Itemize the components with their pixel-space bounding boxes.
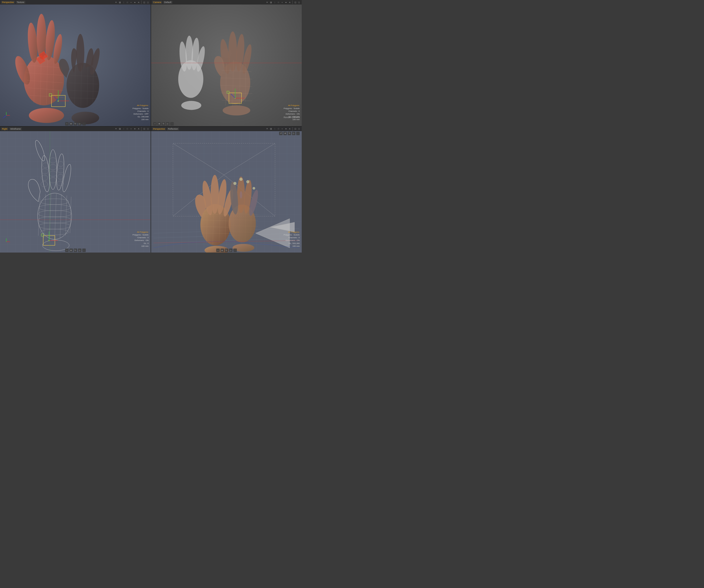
vp1-nav-bottom: ↔ ⊕ ↻ ▷ · xyxy=(65,122,86,126)
svg-point-76 xyxy=(41,229,69,235)
vp4-icon-x[interactable]: ✕ xyxy=(266,127,269,130)
vp3-nav-dot[interactable]: · xyxy=(82,249,86,252)
svg-point-57 xyxy=(181,101,201,110)
svg-point-72 xyxy=(39,204,70,211)
vp4-nav-move[interactable]: ↔ xyxy=(216,249,220,252)
vp2-nav-icon2[interactable]: ⊕ xyxy=(158,122,161,126)
vp2-icon-b1[interactable]: ◫ xyxy=(294,1,297,4)
vp1-axis: X Y Z xyxy=(3,112,10,119)
vp1-icon-a[interactable]: A xyxy=(137,1,140,4)
vp3-canvas: X Y xyxy=(0,131,151,253)
vp1-shader-label[interactable]: Texture xyxy=(16,1,25,4)
vp3-stats: All Polygons: Polygons : Subdiv Channels… xyxy=(132,231,149,248)
vp2-icon-sq1[interactable]: □ xyxy=(277,1,280,4)
vp3-icon-x[interactable]: ✕ xyxy=(114,127,118,130)
vp4-icon-grid[interactable]: ▥ xyxy=(269,127,273,130)
vp3-nav-play[interactable]: ▷ xyxy=(78,249,81,252)
vp4-nav-icon2[interactable]: ⊕ xyxy=(283,132,287,135)
vp4-mode-label[interactable]: Perspective xyxy=(152,127,166,130)
vp2-icon-orange[interactable]: ● xyxy=(284,1,288,4)
vp4-nav-icon1[interactable]: ↺ xyxy=(279,132,283,135)
svg-point-95 xyxy=(58,161,64,166)
vp3-icon-b1[interactable]: ◫ xyxy=(142,127,146,130)
viewport-right-wireframe[interactable]: Right Wireframe ✕ ▥ ⋮ □ ▪ ● A ◫ ◻ xyxy=(0,127,151,253)
vp2-nav-icon4[interactable]: ▷ xyxy=(166,122,170,126)
vp1-icon-b2[interactable]: ◻ xyxy=(146,1,150,4)
vp1-nav-zoom[interactable]: ⊕ xyxy=(69,122,73,126)
vp2-icon-x[interactable]: ✕ xyxy=(266,1,269,4)
vp4-icon-b1[interactable]: ◫ xyxy=(294,127,297,130)
vp3-nav-rotate[interactable]: ↻ xyxy=(74,249,77,252)
vp4-scene-svg xyxy=(151,131,302,253)
vp1-icon-orange[interactable]: ● xyxy=(133,1,136,4)
vp1-icon-x[interactable]: ✕ xyxy=(114,1,118,4)
vp4-nav-play[interactable]: ▷ xyxy=(229,249,233,252)
vp3-nav-zoom[interactable]: ⊕ xyxy=(69,249,73,252)
vp2-icon-dots[interactable]: ⋮ xyxy=(273,1,276,4)
vp4-icon-sq2[interactable]: ▪ xyxy=(281,127,284,130)
vp1-mode-label[interactable]: Perspective xyxy=(1,1,15,4)
vp2-nav-icon3[interactable]: ↻ xyxy=(162,122,165,126)
vp4-icon-a[interactable]: A xyxy=(288,127,291,130)
vp3-mode-label[interactable]: Right xyxy=(1,127,8,130)
vp4-stats: All Polygons: Polygons : Subdiv Channels… xyxy=(284,231,300,248)
vp2-icon-a[interactable]: A xyxy=(288,1,291,4)
vp4-icon-orange[interactable]: ● xyxy=(284,127,288,130)
svg-point-18 xyxy=(76,34,84,72)
vp4-icon-dots[interactable]: ⋮ xyxy=(273,127,276,130)
vp3-icon-sq1[interactable]: □ xyxy=(126,127,129,130)
svg-point-150 xyxy=(240,191,242,198)
vp4-nav-zoom[interactable]: ⊕ xyxy=(221,249,224,252)
vp3-nav-move[interactable]: ↔ xyxy=(65,249,69,252)
vp3-icon-dots[interactable]: ⋮ xyxy=(122,127,125,130)
vp2-nav-icon1[interactable]: ↔ xyxy=(153,122,157,126)
vp2-mode-label[interactable]: Camera xyxy=(152,1,162,4)
viewport-perspective-reflection[interactable]: Perspective Reflection ✕ ▥ ⋮ □ ▪ ● A ◫ ◻ xyxy=(151,127,302,253)
vp1-nav-dot[interactable]: · xyxy=(82,122,86,126)
svg-line-112 xyxy=(224,143,275,175)
vp1-icon-grid[interactable]: ▥ xyxy=(118,1,121,4)
svg-text:Z: Z xyxy=(3,117,4,119)
vp1-icon-b1[interactable]: ◫ xyxy=(142,1,146,4)
svg-point-86 xyxy=(42,168,48,174)
vp3-shader-label[interactable]: Wireframe xyxy=(9,127,22,130)
svg-point-92 xyxy=(49,171,57,176)
svg-line-38 xyxy=(4,115,6,118)
svg-point-90 xyxy=(50,157,56,163)
vp4-nav-dot[interactable]: · xyxy=(233,249,237,252)
vp1-icon-sq1[interactable]: □ xyxy=(126,1,129,4)
vp1-icon-sq2[interactable]: ▪ xyxy=(129,1,133,4)
svg-point-89 xyxy=(49,149,57,190)
vp2-shader-label[interactable]: Default xyxy=(163,1,172,4)
vp4-icon-sq1[interactable]: □ xyxy=(277,127,280,130)
vp3-icon-sq2[interactable]: ▪ xyxy=(129,127,133,130)
viewport-perspective-texture[interactable]: Perspective Texture ✕ ▥ ⋮ □ ▪ ● A ◫ ◻ xyxy=(0,0,151,126)
vp4-icon-b2[interactable]: ◻ xyxy=(297,127,301,130)
svg-point-42 xyxy=(223,105,250,115)
svg-point-88 xyxy=(41,182,48,187)
vp1-nav-rotate[interactable]: ↻ xyxy=(74,122,77,126)
svg-text:Y: Y xyxy=(6,112,7,112)
vp3-icon-grid[interactable]: ▥ xyxy=(118,127,121,130)
vp2-stats: All Polygons: Polygons : Subdiv Channels… xyxy=(284,104,300,121)
vp4-shader-label[interactable]: Reflection xyxy=(167,127,179,130)
vp4-nav-icon5[interactable]: · xyxy=(296,132,300,135)
vp4-nav-icon3[interactable]: ↻ xyxy=(288,132,291,135)
vp4-nav-rotate[interactable]: ↻ xyxy=(225,249,228,252)
vp3-nav-bottom: ↔ ⊕ ↻ ▷ · xyxy=(65,249,86,252)
vp1-nav-play[interactable]: ▷ xyxy=(78,122,81,126)
vp2-icon-sq2[interactable]: ▪ xyxy=(281,1,284,4)
vp3-axis: X Y xyxy=(3,238,10,246)
vp1-icon-dots[interactable]: ⋮ xyxy=(122,1,125,4)
vp3-icon-b2[interactable]: ◻ xyxy=(146,127,150,130)
svg-point-94 xyxy=(55,153,65,190)
vp2-icon-b2[interactable]: ◻ xyxy=(297,1,301,4)
vp3-icon-a[interactable]: A xyxy=(137,127,140,130)
vp1-nav-move[interactable]: ↔ xyxy=(65,122,69,126)
vp2-nav-icon5[interactable]: · xyxy=(170,122,174,126)
vp4-nav-icon4[interactable]: ▷ xyxy=(292,132,295,135)
vp2-icon-grid[interactable]: ▥ xyxy=(269,1,273,4)
viewport-camera-default[interactable]: Camera Default ✕ ▥ ⋮ □ ▪ ● A ◫ ◻ xyxy=(151,0,302,126)
vp4-topbar: Perspective Reflection ✕ ▥ ⋮ □ ▪ ● A ◫ ◻ xyxy=(151,127,302,131)
vp3-icon-orange[interactable]: ● xyxy=(133,127,136,130)
